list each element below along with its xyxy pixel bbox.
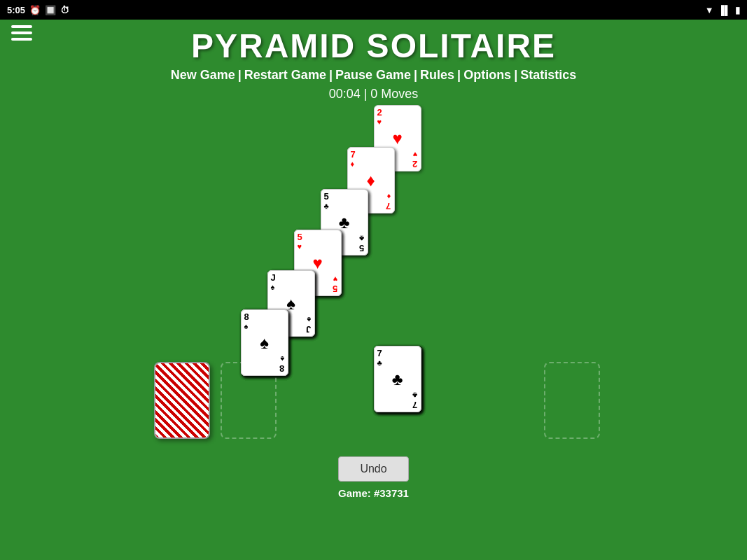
time: 5:05 (7, 5, 25, 15)
nav-options[interactable]: Options (461, 68, 514, 83)
status-bar: 5:05 ⏰ 🔲 ⏱ ▼ ▐▌ ▮ (0, 0, 747, 20)
clock-icon: ⏱ (60, 5, 69, 15)
undo-button[interactable]: Undo (338, 456, 408, 482)
app-title: PYRAMID SOLITAIRE (191, 27, 556, 65)
nav-bar: New Game | Restart Game | Pause Game | R… (168, 68, 579, 83)
status-bar-right: ▼ ▐▌ ▮ (705, 5, 740, 15)
game-number: Game: #33731 (338, 487, 409, 499)
nav-statistics[interactable]: Statistics (517, 68, 579, 83)
deck-empty-slot (221, 362, 277, 439)
waste-pile (544, 362, 600, 439)
deck-card[interactable] (154, 362, 210, 439)
alarm-icon: ⏰ (29, 5, 41, 15)
nav-restart-game[interactable]: Restart Game (242, 68, 329, 83)
signal-icon: ▐▌ (718, 5, 731, 15)
nav-rules[interactable]: Rules (417, 68, 457, 83)
bottom-controls (0, 358, 747, 442)
nav-pause-game[interactable]: Pause Game (333, 68, 414, 83)
status-bar-left: 5:05 ⏰ 🔲 ⏱ (7, 5, 69, 15)
timer-moves: 00:04 | 0 Moves (329, 87, 419, 102)
battery-icon: ▮ (735, 5, 740, 15)
pyramid-container: 2♥ ♥ 2♥ 10♣ ♣ 10♣ 7♦ ♦ 7♦ 10♥ ♥ 10♥ (129, 105, 619, 350)
main-area: PYRAMID SOLITAIRE New Game | Restart Gam… (0, 20, 747, 560)
wifi-icon: ▼ (705, 5, 714, 15)
bluetooth-icon: 🔲 (45, 5, 56, 15)
hamburger-menu[interactable] (11, 25, 32, 41)
nav-new-game[interactable]: New Game (168, 68, 238, 83)
